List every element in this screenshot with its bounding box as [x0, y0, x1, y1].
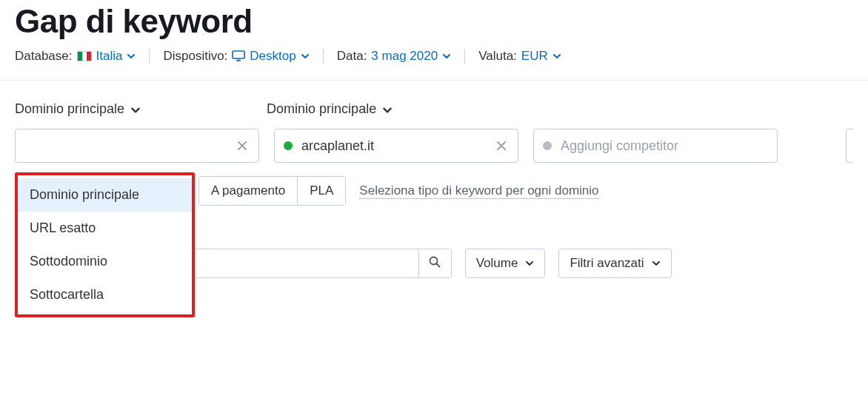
svg-rect-0: [233, 51, 244, 58]
chevron-down-icon: [301, 52, 310, 61]
database-label: Database:: [15, 49, 73, 64]
meta-database[interactable]: Database: Italia: [15, 49, 136, 64]
volume-filter[interactable]: Volume: [465, 249, 546, 278]
domain-inputs-row: arcaplanet.it Aggiungi competitor: [15, 129, 853, 163]
domain-input-2[interactable]: arcaplanet.it: [274, 129, 518, 163]
dropdown-option-exact-url[interactable]: URL esatto: [18, 212, 192, 245]
chevron-down-icon: [652, 259, 661, 268]
date-value: 3 mag 2020: [371, 49, 438, 64]
device-label: Dispositivo:: [163, 49, 227, 64]
advanced-label: Filtri avanzati: [570, 256, 644, 271]
type-paid-button[interactable]: A pagamento: [199, 177, 298, 205]
dropdown-option-subdomain[interactable]: Sottodominio: [18, 245, 192, 278]
domain-value: arcaplanet.it: [301, 138, 485, 154]
divider-line: [0, 80, 868, 81]
date-label: Data:: [337, 49, 367, 64]
meta-row: Database: Italia Dispositivo: Desktop Da…: [15, 49, 853, 64]
select-type-per-domain-link[interactable]: Seleziona tipo di keyword per ogni domin…: [359, 183, 598, 199]
divider: [323, 49, 324, 64]
meta-date[interactable]: Data: 3 mag 2020: [337, 49, 451, 64]
currency-label: Valuta:: [478, 49, 517, 64]
dropdown-option-root-domain[interactable]: Dominio principale: [18, 178, 192, 212]
meta-device[interactable]: Dispositivo: Desktop: [163, 49, 309, 64]
domain-type-dropdown: Dominio principale URL esatto Sottodomin…: [15, 172, 195, 317]
chevron-down-icon: [525, 259, 534, 268]
meta-currency[interactable]: Valuta: EUR: [478, 49, 561, 64]
divider: [149, 49, 150, 64]
device-value: Desktop: [250, 49, 296, 64]
domain-type-selector-2[interactable]: Dominio principale: [267, 101, 391, 117]
desktop-icon: [232, 50, 245, 62]
status-dot-icon: [284, 141, 293, 150]
chevron-down-icon: [552, 52, 561, 61]
volume-label: Volume: [476, 256, 518, 271]
search-icon: [428, 255, 441, 271]
database-value: Italia: [96, 49, 123, 64]
domain-selector-row: Dominio principale Dominio principale: [15, 101, 853, 117]
page-title: Gap di keyword: [15, 3, 853, 40]
add-competitor-input[interactable]: Aggiungi competitor: [533, 129, 778, 163]
chevron-down-icon: [127, 52, 136, 61]
keyword-type-group: A pagamento PLA: [198, 176, 346, 206]
flag-italy-icon: [77, 51, 92, 61]
clear-icon[interactable]: [235, 138, 250, 153]
domain-type-label: Dominio principale: [15, 101, 124, 117]
chevron-down-icon: [130, 105, 139, 114]
clear-icon[interactable]: [494, 138, 509, 153]
chevron-down-icon: [442, 52, 451, 61]
domain-input-1[interactable]: [15, 129, 259, 163]
chevron-down-icon: [382, 105, 391, 114]
advanced-filters[interactable]: Filtri avanzati: [558, 249, 671, 278]
dropdown-option-subfolder[interactable]: Sottocartella: [18, 278, 192, 311]
type-pla-button[interactable]: PLA: [298, 177, 345, 205]
status-dot-icon: [543, 141, 552, 150]
domain-type-label: Dominio principale: [267, 101, 376, 117]
divider: [464, 49, 465, 64]
currency-value: EUR: [521, 49, 548, 64]
partial-input: [846, 129, 853, 163]
add-competitor-placeholder: Aggiungi competitor: [561, 138, 768, 154]
search-button[interactable]: [418, 249, 451, 277]
domain-type-selector-1[interactable]: Dominio principale: [15, 101, 139, 117]
